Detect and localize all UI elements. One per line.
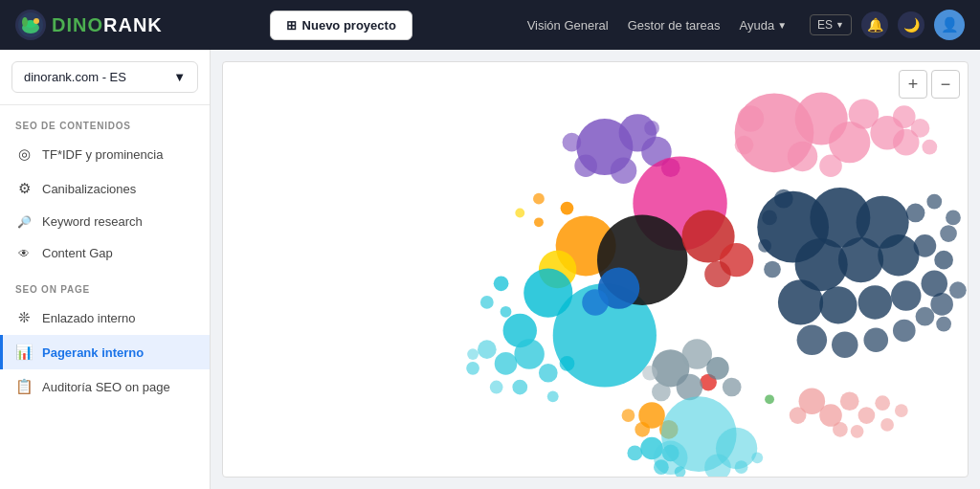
svg-point-4	[22, 17, 28, 27]
sidebar-item-tf-idf[interactable]: ◎ TF*IDF y prominencia	[0, 137, 210, 171]
svg-point-3	[33, 18, 39, 24]
svg-point-25	[644, 121, 659, 136]
svg-point-102	[765, 394, 774, 404]
content-gap-label: Content Gap	[42, 246, 113, 260]
sidebar-item-content-gap[interactable]: 👁 Content Gap	[0, 237, 210, 269]
svg-point-57	[930, 293, 953, 316]
language-button[interactable]: ES ▼	[810, 14, 852, 35]
svg-point-22	[574, 154, 597, 177]
svg-point-21	[611, 157, 637, 184]
svg-point-98	[880, 418, 894, 432]
svg-point-14	[738, 105, 765, 132]
svg-point-105	[494, 276, 509, 291]
svg-point-63	[797, 325, 827, 355]
nav-link-ayuda[interactable]: Ayuda▼	[740, 18, 788, 33]
svg-point-115	[466, 362, 479, 375]
sidebar: dinorank.com - ES ▼ SEO DE CONTENIDOS ◎ …	[0, 50, 211, 489]
top-navigation: DINORANK ⊞ Nuevo proyecto Visión General…	[0, 0, 980, 50]
bubble-chart-container: + −	[222, 61, 969, 478]
svg-point-61	[758, 239, 771, 253]
svg-point-37	[704, 261, 731, 288]
sidebar-item-auditoria-seo[interactable]: 📋 Auditoría SEO on page	[0, 369, 210, 404]
svg-point-110	[478, 340, 497, 359]
notifications-button[interactable]: 🔔	[861, 11, 888, 38]
nuevo-proyecto-button[interactable]: ⊞ Nuevo proyecto	[270, 11, 412, 40]
bubble-chart-svg	[223, 62, 968, 477]
content-area: + −	[211, 50, 980, 489]
nav-link-vision[interactable]: Visión General	[527, 18, 609, 33]
project-label: dinorank.com - ES	[24, 70, 126, 84]
svg-point-112	[560, 356, 575, 371]
avatar-icon: 👤	[941, 16, 959, 33]
enlazado-interno-label: Enlazado interno	[42, 311, 136, 325]
sidebar-item-pagerank-interno[interactable]: 📊 Pagerank interno	[0, 335, 210, 369]
dark-mode-button[interactable]: 🌙	[898, 11, 924, 38]
sidebar-item-canibalizaciones[interactable]: ⚙ Canibalizaciones	[0, 171, 210, 206]
svg-point-54	[926, 194, 942, 210]
moon-icon: 🌙	[903, 17, 920, 33]
svg-point-91	[751, 452, 763, 463]
svg-point-116	[467, 348, 479, 360]
auditoria-seo-icon: 📋	[15, 378, 33, 395]
lang-label: ES	[817, 18, 833, 32]
svg-point-64	[832, 331, 858, 358]
svg-point-17	[819, 154, 842, 177]
topnav-actions: ES ▼ 🔔 🌙 👤	[810, 10, 965, 40]
svg-point-52	[934, 251, 953, 270]
svg-point-15	[735, 136, 754, 155]
svg-point-47	[819, 286, 857, 323]
keyword-research-label: Keyword research	[42, 214, 143, 229]
svg-point-103	[533, 193, 545, 205]
svg-point-68	[936, 317, 951, 332]
logo-area: DINORANK	[15, 10, 163, 40]
logo-text: DINORANK	[52, 14, 163, 36]
section-contenidos-label: SEO DE CONTENIDOS	[0, 105, 210, 137]
svg-point-114	[490, 381, 503, 394]
nav-link-gestor[interactable]: Gestor de tareas	[628, 18, 721, 33]
svg-point-88	[654, 459, 669, 475]
sidebar-item-enlazado-interno[interactable]: ❊ Enlazado interno	[0, 300, 210, 335]
lang-chevron-icon: ▼	[835, 20, 844, 30]
topnav-links: Visión General Gestor de tareas Ayuda▼	[527, 18, 787, 33]
zoom-out-button[interactable]: −	[931, 70, 960, 99]
svg-point-74	[723, 378, 742, 397]
svg-point-13	[922, 140, 937, 155]
user-avatar[interactable]: 👤	[934, 10, 965, 40]
canibalizaciones-icon: ⚙	[15, 180, 33, 197]
bell-icon: 🔔	[867, 17, 883, 33]
svg-point-56	[940, 225, 957, 242]
nuevo-proyecto-label: Nuevo proyecto	[302, 18, 396, 33]
svg-point-79	[635, 422, 650, 437]
svg-point-94	[840, 391, 859, 411]
svg-point-109	[495, 352, 518, 375]
sidebar-item-keyword-research[interactable]: 🔎 Keyword research	[0, 206, 210, 237]
svg-point-72	[677, 374, 703, 401]
zoom-in-button[interactable]: +	[899, 70, 927, 99]
pagerank-interno-icon: 📊	[15, 344, 33, 361]
svg-point-101	[851, 425, 864, 438]
svg-point-100	[833, 422, 848, 437]
svg-point-12	[911, 119, 930, 138]
svg-point-76	[642, 366, 657, 381]
svg-point-60	[762, 211, 777, 226]
svg-point-46	[778, 279, 823, 324]
project-dropdown-button[interactable]: dinorank.com - ES ▼	[11, 61, 198, 93]
svg-point-53	[906, 204, 925, 223]
keyword-research-icon: 🔎	[15, 215, 33, 229]
svg-point-26	[561, 202, 574, 215]
svg-point-99	[895, 404, 908, 417]
svg-point-27	[534, 217, 544, 227]
svg-point-62	[764, 261, 781, 278]
svg-point-90	[735, 460, 748, 474]
svg-point-59	[774, 189, 793, 209]
svg-point-49	[891, 280, 921, 310]
svg-point-66	[893, 320, 916, 343]
enlazado-interno-icon: ❊	[15, 309, 33, 326]
svg-point-107	[501, 306, 512, 318]
svg-point-111	[539, 364, 558, 383]
tf-idf-label: TF*IDF y prominencia	[42, 147, 163, 162]
svg-point-16	[788, 142, 817, 171]
dropdown-chevron-icon: ▼	[173, 70, 186, 84]
svg-point-83	[627, 446, 642, 461]
svg-point-73	[706, 357, 729, 380]
